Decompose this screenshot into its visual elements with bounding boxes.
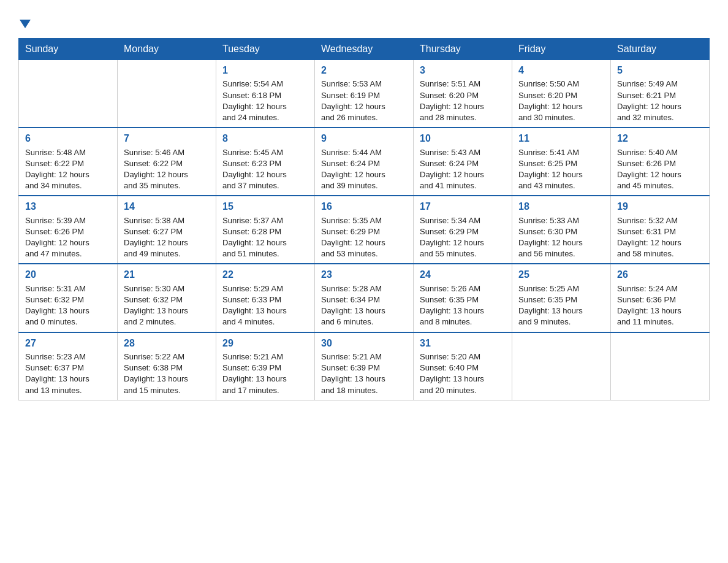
day-number: 26	[617, 268, 703, 282]
calendar-cell: 23Sunrise: 5:28 AMSunset: 6:34 PMDayligh…	[315, 264, 414, 332]
day-number: 20	[25, 268, 111, 282]
calendar-header-sunday: Sunday	[19, 39, 118, 60]
calendar-cell: 22Sunrise: 5:29 AMSunset: 6:33 PMDayligh…	[216, 264, 315, 332]
calendar-cell: 10Sunrise: 5:43 AMSunset: 6:24 PMDayligh…	[414, 128, 512, 196]
calendar-cell: 29Sunrise: 5:21 AMSunset: 6:39 PMDayligh…	[216, 332, 315, 400]
calendar-week-row: 6Sunrise: 5:48 AMSunset: 6:22 PMDaylight…	[19, 128, 710, 196]
calendar-cell: 15Sunrise: 5:37 AMSunset: 6:28 PMDayligh…	[216, 196, 315, 264]
day-number: 10	[420, 132, 506, 145]
calendar-cell: 14Sunrise: 5:38 AMSunset: 6:27 PMDayligh…	[118, 196, 216, 264]
day-number: 24	[420, 268, 506, 282]
calendar-cell: 25Sunrise: 5:25 AMSunset: 6:35 PMDayligh…	[512, 264, 611, 332]
day-number: 19	[617, 200, 703, 213]
day-number: 25	[518, 268, 604, 282]
calendar-table: SundayMondayTuesdayWednesdayThursdayFrid…	[18, 38, 710, 400]
day-number: 11	[518, 132, 604, 145]
calendar-week-row: 1Sunrise: 5:54 AMSunset: 6:18 PMDaylight…	[19, 60, 710, 128]
calendar-cell: 27Sunrise: 5:23 AMSunset: 6:37 PMDayligh…	[19, 332, 118, 400]
calendar-cell	[118, 60, 216, 128]
calendar-cell: 11Sunrise: 5:41 AMSunset: 6:25 PMDayligh…	[512, 128, 611, 196]
logo	[18, 18, 31, 32]
calendar-week-row: 27Sunrise: 5:23 AMSunset: 6:37 PMDayligh…	[19, 332, 710, 400]
day-number: 28	[124, 337, 210, 350]
day-number: 29	[222, 337, 308, 350]
calendar-cell: 24Sunrise: 5:26 AMSunset: 6:35 PMDayligh…	[414, 264, 512, 332]
calendar-cell: 9Sunrise: 5:44 AMSunset: 6:24 PMDaylight…	[315, 128, 414, 196]
day-number: 2	[321, 64, 407, 77]
calendar-cell: 4Sunrise: 5:50 AMSunset: 6:20 PMDaylight…	[512, 60, 611, 128]
day-number: 30	[321, 337, 407, 350]
page-header	[18, 12, 710, 32]
calendar-header-row: SundayMondayTuesdayWednesdayThursdayFrid…	[19, 39, 710, 60]
calendar-header-tuesday: Tuesday	[216, 39, 315, 60]
calendar-cell: 20Sunrise: 5:31 AMSunset: 6:32 PMDayligh…	[19, 264, 118, 332]
calendar-cell: 3Sunrise: 5:51 AMSunset: 6:20 PMDaylight…	[414, 60, 512, 128]
calendar-cell: 13Sunrise: 5:39 AMSunset: 6:26 PMDayligh…	[19, 196, 118, 264]
calendar-cell: 26Sunrise: 5:24 AMSunset: 6:36 PMDayligh…	[611, 264, 710, 332]
calendar-cell: 21Sunrise: 5:30 AMSunset: 6:32 PMDayligh…	[118, 264, 216, 332]
day-number: 12	[617, 132, 703, 145]
calendar-cell	[611, 332, 710, 400]
day-number: 21	[124, 268, 210, 282]
calendar-cell: 6Sunrise: 5:48 AMSunset: 6:22 PMDaylight…	[19, 128, 118, 196]
calendar-cell: 8Sunrise: 5:45 AMSunset: 6:23 PMDaylight…	[216, 128, 315, 196]
calendar-cell: 30Sunrise: 5:21 AMSunset: 6:39 PMDayligh…	[315, 332, 414, 400]
day-number: 18	[518, 200, 604, 213]
day-number: 13	[25, 200, 111, 213]
logo-text	[18, 18, 31, 32]
calendar-cell: 28Sunrise: 5:22 AMSunset: 6:38 PMDayligh…	[118, 332, 216, 400]
day-number: 14	[124, 200, 210, 213]
calendar-cell: 2Sunrise: 5:53 AMSunset: 6:19 PMDaylight…	[315, 60, 414, 128]
day-number: 15	[222, 200, 308, 213]
calendar-cell	[512, 332, 611, 400]
calendar-cell: 18Sunrise: 5:33 AMSunset: 6:30 PMDayligh…	[512, 196, 611, 264]
day-number: 23	[321, 268, 407, 282]
calendar-cell: 12Sunrise: 5:40 AMSunset: 6:26 PMDayligh…	[611, 128, 710, 196]
calendar-cell: 1Sunrise: 5:54 AMSunset: 6:18 PMDaylight…	[216, 60, 315, 128]
calendar-week-row: 13Sunrise: 5:39 AMSunset: 6:26 PMDayligh…	[19, 196, 710, 264]
calendar-cell: 16Sunrise: 5:35 AMSunset: 6:29 PMDayligh…	[315, 196, 414, 264]
day-number: 9	[321, 132, 407, 145]
calendar-header-saturday: Saturday	[611, 39, 710, 60]
day-number: 31	[420, 337, 506, 350]
day-number: 27	[25, 337, 111, 350]
calendar-header-friday: Friday	[512, 39, 611, 60]
logo-triangle-icon	[20, 20, 31, 28]
calendar-cell: 31Sunrise: 5:20 AMSunset: 6:40 PMDayligh…	[414, 332, 512, 400]
day-number: 6	[25, 132, 111, 145]
calendar-cell	[19, 60, 118, 128]
day-number: 5	[617, 64, 703, 77]
day-number: 3	[420, 64, 506, 77]
day-number: 16	[321, 200, 407, 213]
calendar-cell: 17Sunrise: 5:34 AMSunset: 6:29 PMDayligh…	[414, 196, 512, 264]
day-number: 8	[222, 132, 308, 145]
day-number: 7	[124, 132, 210, 145]
calendar-header-monday: Monday	[118, 39, 216, 60]
day-number: 22	[222, 268, 308, 282]
day-number: 1	[222, 64, 308, 77]
calendar-header-wednesday: Wednesday	[315, 39, 414, 60]
day-number: 4	[518, 64, 604, 77]
calendar-week-row: 20Sunrise: 5:31 AMSunset: 6:32 PMDayligh…	[19, 264, 710, 332]
calendar-header-thursday: Thursday	[414, 39, 512, 60]
calendar-cell: 5Sunrise: 5:49 AMSunset: 6:21 PMDaylight…	[611, 60, 710, 128]
calendar-cell: 7Sunrise: 5:46 AMSunset: 6:22 PMDaylight…	[118, 128, 216, 196]
day-number: 17	[420, 200, 506, 213]
calendar-cell: 19Sunrise: 5:32 AMSunset: 6:31 PMDayligh…	[611, 196, 710, 264]
